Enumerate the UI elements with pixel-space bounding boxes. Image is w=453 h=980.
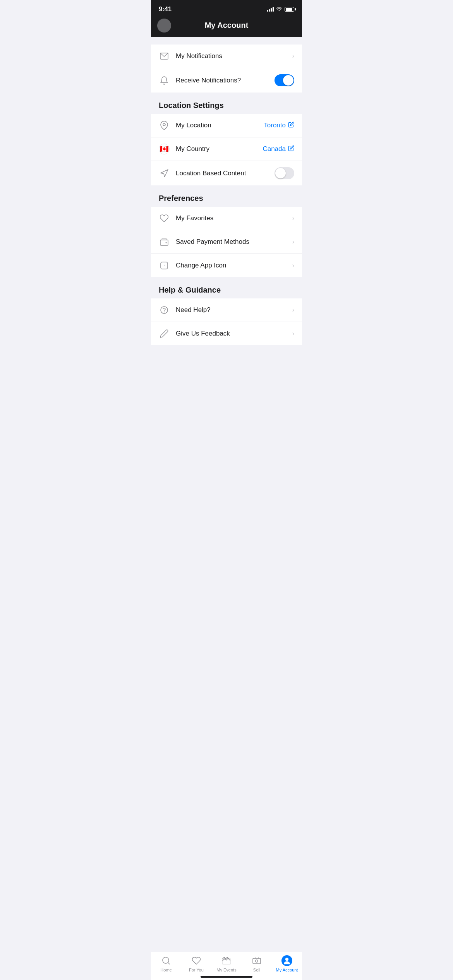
wallet-icon: [159, 236, 170, 247]
status-bar: 9:41: [151, 0, 302, 17]
my-favorites-chevron: ›: [292, 215, 294, 222]
give-feedback-item[interactable]: Give Us Feedback ›: [151, 322, 302, 345]
help-guidance-section: Need Help? › Give Us Feedback ›: [151, 298, 302, 345]
my-notifications-item[interactable]: My Notifications ›: [151, 45, 302, 68]
saved-payment-chevron: ›: [292, 238, 294, 245]
edit-country-icon[interactable]: [288, 145, 294, 153]
give-feedback-chevron: ›: [292, 330, 294, 337]
svg-marker-2: [161, 170, 168, 177]
question-icon: [159, 305, 170, 315]
chevron-icon: ›: [292, 238, 294, 245]
notifications-section: My Notifications › Receive Notifications…: [151, 45, 302, 93]
location-icon: [159, 120, 170, 131]
preferences-heading: Preferences: [151, 185, 302, 207]
my-country-value: Canada: [263, 145, 286, 153]
page-title: My Account: [205, 21, 249, 30]
change-app-icon-item[interactable]: t Change App Icon ›: [151, 254, 302, 277]
my-location-value-container: Toronto: [264, 122, 294, 129]
svg-point-6: [161, 307, 168, 314]
svg-point-1: [163, 123, 165, 126]
chevron-icon: ›: [292, 53, 294, 60]
my-favorites-item[interactable]: My Favorites ›: [151, 207, 302, 230]
receive-notifications-label: Receive Notifications?: [176, 77, 275, 84]
chevron-icon: ›: [292, 330, 294, 337]
edit-location-icon[interactable]: [288, 122, 294, 129]
preferences-section: My Favorites › Saved Payment Methods ›: [151, 207, 302, 277]
wifi-icon: [276, 7, 282, 12]
receive-notifications-toggle-container: [275, 74, 294, 86]
header: My Account: [151, 17, 302, 37]
need-help-chevron: ›: [292, 307, 294, 314]
saved-payment-methods-item[interactable]: Saved Payment Methods ›: [151, 230, 302, 254]
location-settings-heading: Location Settings: [151, 93, 302, 114]
help-guidance-heading: Help & Guidance: [151, 277, 302, 298]
svg-text:t: t: [164, 264, 165, 268]
my-country-item[interactable]: 🇨🇦 My Country Canada: [151, 137, 302, 161]
svg-point-3: [166, 242, 167, 243]
change-app-icon-chevron: ›: [292, 262, 294, 269]
status-icons: [267, 7, 294, 12]
location-based-toggle[interactable]: [275, 167, 294, 179]
app-icon-icon: t: [159, 260, 170, 271]
receive-notifications-item[interactable]: Receive Notifications?: [151, 68, 302, 93]
chevron-icon: ›: [292, 262, 294, 269]
my-location-label: My Location: [176, 122, 264, 129]
navigate-icon: [159, 168, 170, 179]
bell-icon: [159, 75, 170, 86]
my-location-item[interactable]: My Location Toronto: [151, 114, 302, 137]
receive-notifications-toggle[interactable]: [275, 74, 294, 86]
my-location-value: Toronto: [264, 122, 286, 129]
avatar: [157, 19, 171, 33]
chevron-right: ›: [292, 53, 294, 60]
signal-icon: [267, 7, 274, 12]
need-help-label: Need Help?: [176, 306, 292, 314]
status-time: 9:41: [159, 5, 172, 13]
my-country-value-container: Canada: [263, 145, 294, 153]
my-notifications-label: My Notifications: [176, 52, 292, 60]
flag-canada-icon: 🇨🇦: [159, 144, 170, 154]
content: My Notifications › Receive Notifications…: [151, 45, 302, 384]
envelope-icon: [159, 51, 170, 62]
location-settings-section: My Location Toronto 🇨🇦 My Country Canada: [151, 114, 302, 185]
my-favorites-label: My Favorites: [176, 214, 292, 222]
pencil-icon: [159, 328, 170, 339]
my-country-label: My Country: [176, 145, 263, 153]
saved-payment-methods-label: Saved Payment Methods: [176, 238, 292, 246]
change-app-icon-label: Change App Icon: [176, 262, 292, 269]
heart-icon: [159, 213, 170, 224]
need-help-item[interactable]: Need Help? ›: [151, 298, 302, 322]
location-based-content-label: Location Based Content: [176, 170, 275, 177]
location-based-toggle-container: [275, 167, 294, 179]
chevron-icon: ›: [292, 307, 294, 314]
give-feedback-label: Give Us Feedback: [176, 330, 292, 338]
chevron-icon: ›: [292, 215, 294, 222]
battery-icon: [285, 7, 294, 12]
location-based-content-item[interactable]: Location Based Content: [151, 161, 302, 185]
